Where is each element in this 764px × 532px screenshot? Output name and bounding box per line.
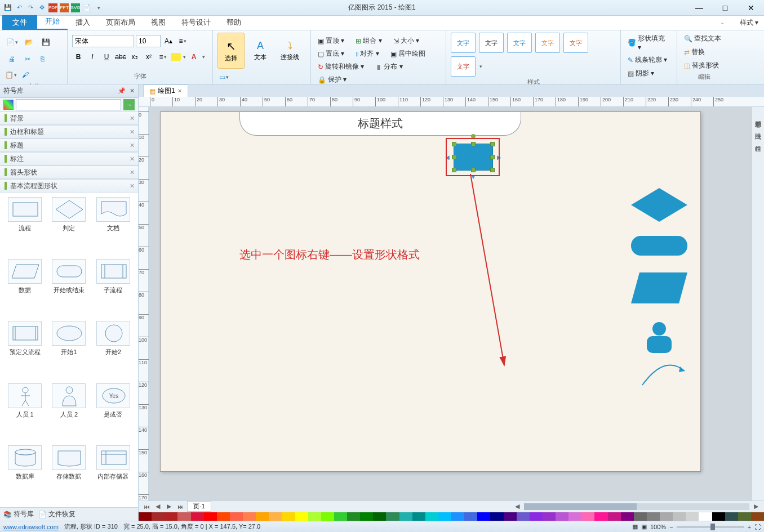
- canvas-viewport[interactable]: 标题样式 选中一个图标右键——设置形状格式 ◀ ▶: [149, 107, 752, 500]
- page-prev-icon[interactable]: ◀: [153, 503, 162, 510]
- open-icon[interactable]: 📂: [21, 35, 36, 50]
- subscript-button[interactable]: x₂: [128, 51, 141, 63]
- color-swatch[interactable]: [282, 512, 295, 521]
- zoom-in-icon[interactable]: +: [748, 524, 751, 530]
- color-swatch[interactable]: [621, 512, 634, 521]
- color-swatch[interactable]: [530, 512, 543, 521]
- color-swatch[interactable]: [477, 512, 490, 521]
- italic-button[interactable]: I: [86, 51, 99, 63]
- svg-icon[interactable]: SVG: [71, 3, 80, 12]
- go-button[interactable]: →: [123, 99, 135, 110]
- shape-round[interactable]: 开始或结束: [48, 259, 89, 316]
- hscroll-right[interactable]: ▶: [752, 503, 761, 510]
- color-swatch[interactable]: [751, 512, 764, 521]
- color-swatch[interactable]: [634, 512, 647, 521]
- shape-para[interactable]: 数据: [5, 259, 45, 316]
- page[interactable]: 标题样式 选中一个图标右键——设置形状格式 ◀ ▶: [160, 111, 701, 472]
- close-button[interactable]: ✕: [738, 0, 764, 16]
- distribute-button[interactable]: ⫼分布 ▾: [373, 61, 405, 73]
- bullets-icon[interactable]: ≡▾: [176, 35, 189, 47]
- print-icon[interactable]: 🖨: [5, 52, 19, 66]
- connector-tool-button[interactable]: ⤵ 连接线: [276, 33, 303, 69]
- color-swatch[interactable]: [699, 512, 712, 521]
- color-swatch[interactable]: [581, 512, 594, 521]
- tab-help[interactable]: 帮助: [219, 15, 249, 30]
- collapse-ribbon-icon[interactable]: ⌄: [720, 19, 725, 25]
- color-swatch[interactable]: [243, 512, 256, 521]
- page-last-icon[interactable]: ⏭: [176, 503, 185, 510]
- page-next-icon[interactable]: ▶: [165, 503, 174, 510]
- color-swatch[interactable]: [347, 512, 360, 521]
- color-swatch[interactable]: [295, 512, 308, 521]
- shape-person2[interactable]: 人员 2: [48, 383, 89, 441]
- copy-icon[interactable]: ⎘: [36, 53, 48, 65]
- tab-view[interactable]: 视图: [143, 15, 174, 30]
- select-tool-button[interactable]: ↖ 选择: [217, 33, 245, 69]
- strike-button[interactable]: abc: [114, 51, 127, 63]
- fit-icon[interactable]: ⛶: [754, 524, 761, 530]
- zoom-value[interactable]: 100%: [650, 524, 666, 530]
- canvas-diamond-shape[interactable]: [628, 185, 690, 225]
- style-dropdown[interactable]: 样式 ▾: [740, 18, 758, 28]
- view-icon-1[interactable]: ▦: [632, 523, 638, 530]
- style-sample-2[interactable]: 文字: [479, 33, 504, 53]
- shape-rect-icon[interactable]: ▭▾: [217, 71, 230, 83]
- color-swatch[interactable]: [321, 512, 334, 521]
- color-swatch[interactable]: [412, 512, 425, 521]
- style-sample-5[interactable]: 文字: [563, 33, 588, 53]
- color-swatch[interactable]: [594, 512, 607, 521]
- line-button[interactable]: ✎线条轮廓 ▾: [625, 54, 669, 66]
- canvas-arrow-curve[interactable]: [639, 360, 690, 388]
- color-swatch[interactable]: [660, 512, 673, 521]
- shape-subp[interactable]: 子流程: [93, 259, 134, 316]
- shape-db[interactable]: 数据库: [5, 445, 45, 503]
- color-swatch[interactable]: [334, 512, 347, 521]
- save-icon[interactable]: 💾: [38, 35, 53, 50]
- hscrollbar[interactable]: [524, 503, 749, 510]
- style-sample-6[interactable]: 文字: [451, 56, 476, 77]
- color-swatch[interactable]: [191, 512, 204, 521]
- color-swatch[interactable]: [217, 512, 230, 521]
- format-painter-icon[interactable]: 🖌: [19, 69, 32, 81]
- cat-callout[interactable]: 标注✕: [0, 152, 138, 166]
- tab-layout[interactable]: 页面布局: [98, 15, 143, 30]
- size-button[interactable]: ⇲大小 ▾: [391, 35, 421, 47]
- cat-border-title[interactable]: 边框和标题✕: [0, 125, 138, 138]
- zoom-out-icon[interactable]: −: [669, 524, 673, 530]
- page-tab[interactable]: 页-1: [187, 501, 211, 512]
- color-swatch[interactable]: [177, 512, 190, 521]
- tab-insert[interactable]: 插入: [68, 15, 98, 30]
- color-swatch[interactable]: [165, 512, 177, 521]
- new-doc-icon[interactable]: 📄▾: [5, 35, 19, 50]
- color-swatch[interactable]: [425, 512, 438, 521]
- cut-icon[interactable]: ✂: [21, 53, 34, 65]
- bold-button[interactable]: B: [72, 51, 85, 63]
- shape-diamond[interactable]: 判定: [48, 197, 89, 254]
- shape-intern[interactable]: 内部存储器: [93, 445, 134, 503]
- rt-help[interactable]: 动态帮助: [753, 113, 763, 119]
- paste-icon[interactable]: 📋▾: [5, 69, 17, 81]
- color-swatch[interactable]: [308, 512, 321, 521]
- cat-background[interactable]: 背景✕: [0, 111, 138, 125]
- color-swatch[interactable]: [490, 512, 503, 521]
- shape-predef[interactable]: 预定义流程: [5, 321, 45, 378]
- tab-symbol[interactable]: 符号设计: [174, 15, 219, 30]
- text-tool-button[interactable]: A 文本: [247, 33, 274, 69]
- color-swatch[interactable]: [373, 512, 386, 521]
- protect-button[interactable]: 🔒保护 ▾: [316, 74, 349, 86]
- highlight-button[interactable]: [171, 53, 181, 61]
- color-swatch[interactable]: [556, 512, 568, 521]
- shape-doc[interactable]: 文档: [93, 197, 134, 254]
- replace-shape-button[interactable]: ◫替换形状: [682, 60, 721, 71]
- color-swatch[interactable]: [504, 512, 517, 521]
- font-color-button[interactable]: A: [188, 51, 200, 63]
- color-swatch[interactable]: [386, 512, 399, 521]
- styles-more-icon[interactable]: ▾: [479, 64, 482, 69]
- maximize-button[interactable]: □: [712, 0, 738, 16]
- qat-dropdown-icon[interactable]: ▾: [94, 3, 103, 12]
- palette-icon[interactable]: [3, 100, 14, 110]
- redo-icon[interactable]: ↷: [26, 3, 35, 12]
- cat-title[interactable]: 标题✕: [0, 138, 138, 152]
- page-first-icon[interactable]: ⏮: [142, 503, 151, 510]
- pin-icon[interactable]: 📌: [118, 87, 126, 95]
